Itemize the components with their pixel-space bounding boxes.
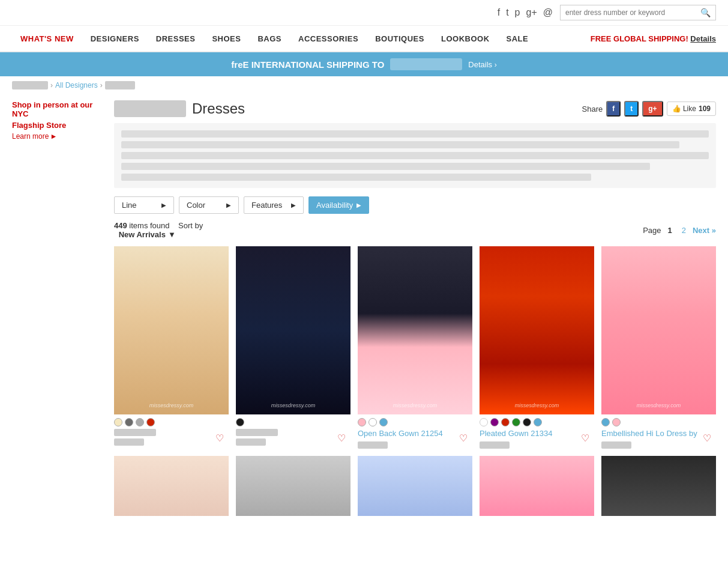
product-name-3[interactable]: Open Back Gown 21254 — [358, 429, 443, 438]
product-image-10[interactable] — [601, 456, 716, 516]
product-image-9[interactable] — [480, 456, 594, 516]
designer-title-area: Dresses — [114, 100, 245, 117]
product-card-1: missesdressy.com ♡ — [114, 246, 229, 449]
googleplus-share-button[interactable]: g+ — [642, 101, 663, 117]
wishlist-button-5[interactable]: ♡ — [703, 432, 711, 444]
learn-more-link[interactable]: Learn more ► — [12, 132, 102, 141]
swatch-5-2[interactable] — [612, 418, 621, 426]
free-shipping-label: FREE GLOBAL SHIPPING! — [591, 34, 688, 43]
breadcrumb-all-designers[interactable]: All Designers — [55, 81, 98, 89]
product-image-6[interactable] — [114, 456, 229, 516]
desc-line-3 — [121, 152, 709, 159]
banner-details-link[interactable]: Details › — [468, 60, 496, 69]
facebook-share-button[interactable]: f — [606, 101, 621, 117]
share-label: Share — [582, 105, 603, 114]
filter-availability-button[interactable]: Availability ▶ — [308, 196, 369, 214]
product-card-4: missesdressy.com ♡ Pleated Gown 21334 — [480, 246, 594, 449]
nav-designers[interactable]: DESIGNERS — [82, 25, 148, 52]
filter-color-button[interactable]: Color ▶ — [179, 196, 239, 214]
product-image-1[interactable]: missesdressy.com — [114, 246, 229, 414]
filter-line-button[interactable]: Line ▶ — [114, 196, 174, 214]
product-image-4[interactable]: missesdressy.com — [480, 246, 594, 414]
breadcrumb: › All Designers › — [0, 76, 728, 94]
nav-boutiques[interactable]: BOUTIQUES — [367, 25, 433, 52]
next-page-link[interactable]: Next » — [693, 226, 716, 235]
nav-details-link[interactable]: Details — [690, 34, 716, 43]
facebook-icon[interactable]: f — [498, 7, 500, 18]
product-name-5[interactable]: Embellished Hi Lo Dress by — [601, 429, 697, 438]
instagram-icon[interactable]: @ — [543, 7, 553, 18]
breadcrumb-home-blurred — [12, 81, 48, 89]
banner-country-blurred — [390, 58, 462, 70]
swatch-2-1[interactable] — [236, 418, 244, 426]
desc-line-4 — [121, 163, 650, 170]
swatch-4-1[interactable] — [480, 418, 488, 426]
main-content: Dresses Share f t g+ 👍 Like 109 — [108, 94, 716, 522]
nav-sale[interactable]: SALE — [498, 25, 537, 52]
swatch-1-1[interactable] — [114, 418, 122, 426]
nav-dresses[interactable]: DRESSES — [148, 25, 204, 52]
product-name-blurred-1 — [114, 429, 156, 436]
swatch-5-1[interactable] — [601, 418, 610, 426]
product-image-5[interactable]: missesdressy.com — [601, 246, 716, 414]
search-input[interactable] — [565, 8, 700, 17]
product-price-blurred-2 — [236, 438, 266, 446]
swatch-4-6[interactable] — [534, 418, 542, 426]
page-current[interactable]: 1 — [665, 225, 675, 236]
search-icon[interactable]: 🔍 — [700, 8, 711, 17]
product-grid: missesdressy.com ♡ missesdressy.com ♡ — [114, 246, 716, 449]
swatch-4-4[interactable] — [512, 418, 520, 426]
twitter-share-button[interactable]: t — [624, 101, 639, 117]
swatch-3-3[interactable] — [379, 418, 388, 426]
pinterest-icon[interactable]: p — [515, 7, 520, 18]
googleplus-icon[interactable]: g+ — [526, 7, 537, 18]
twitter-icon[interactable]: t — [506, 7, 508, 18]
swatch-1-4[interactable] — [146, 418, 155, 426]
banner-text: freE INTERNATIONAL SHIPPING TO — [231, 59, 384, 70]
swatch-4-2[interactable] — [490, 418, 499, 426]
nav-lookbook[interactable]: LOOKBOOK — [433, 25, 498, 52]
page-label: Page — [643, 226, 661, 235]
wishlist-button-1[interactable]: ♡ — [215, 432, 224, 444]
nav-accessories[interactable]: ACCESSORIES — [290, 25, 367, 52]
nav-whats-new[interactable]: WHAT'S NEW — [12, 25, 82, 52]
wishlist-button-3[interactable]: ♡ — [459, 432, 468, 444]
wishlist-button-2[interactable]: ♡ — [337, 432, 346, 444]
product-name-4[interactable]: Pleated Gown 21334 — [480, 429, 552, 438]
filter-availability-label: Availability — [316, 201, 353, 210]
product-price-blurred-5 — [601, 441, 631, 449]
breadcrumb-sep-2: › — [100, 81, 103, 89]
page-2-link[interactable]: 2 — [679, 225, 689, 236]
facebook-like-button[interactable]: 👍 Like 109 — [667, 102, 716, 116]
nav-shoes[interactable]: SHOES — [203, 25, 249, 52]
product-image-3[interactable]: missesdressy.com — [358, 246, 472, 414]
sidebar-flagship-link[interactable]: Flagship Store — [12, 121, 102, 130]
filter-features-arrow-icon: ▶ — [291, 202, 296, 208]
sidebar-nyc-shop-link[interactable]: Shop in person at our NYC — [12, 100, 102, 118]
color-swatches-5 — [601, 418, 716, 426]
product-card-10 — [601, 456, 716, 516]
swatch-1-3[interactable] — [136, 418, 144, 426]
filter-color-arrow-icon: ▶ — [226, 202, 231, 208]
swatch-3-2[interactable] — [369, 418, 377, 426]
items-count: 449 items found Sort by New Arrivals ▼ — [114, 221, 203, 239]
main-nav: WHAT'S NEW DESIGNERS DRESSES SHOES BAGS … — [0, 26, 728, 52]
product-card-5: missesdressy.com ♡ Embellished Hi Lo Dre… — [601, 246, 716, 449]
product-image-7[interactable] — [236, 456, 350, 516]
product-image-2[interactable]: missesdressy.com — [236, 246, 350, 414]
swatch-3-1[interactable] — [358, 418, 366, 426]
swatch-1-2[interactable] — [125, 418, 133, 426]
filter-availability-arrow-icon: ▶ — [356, 202, 361, 208]
filter-features-button[interactable]: Features ▶ — [244, 196, 304, 214]
filter-features-label: Features — [251, 201, 282, 210]
sort-arrow-icon: ▼ — [168, 230, 176, 239]
breadcrumb-designer-blurred — [105, 81, 135, 89]
swatch-4-5[interactable] — [523, 418, 531, 426]
swatch-4-3[interactable] — [501, 418, 510, 426]
nav-bags[interactable]: BAGS — [249, 25, 290, 52]
watermark-2: missesdressy.com — [271, 402, 315, 408]
wishlist-button-4[interactable]: ♡ — [581, 432, 589, 444]
watermark-4: missesdressy.com — [515, 402, 559, 408]
sort-dropdown[interactable]: New Arrivals ▼ — [114, 230, 203, 239]
product-image-8[interactable] — [358, 456, 472, 516]
